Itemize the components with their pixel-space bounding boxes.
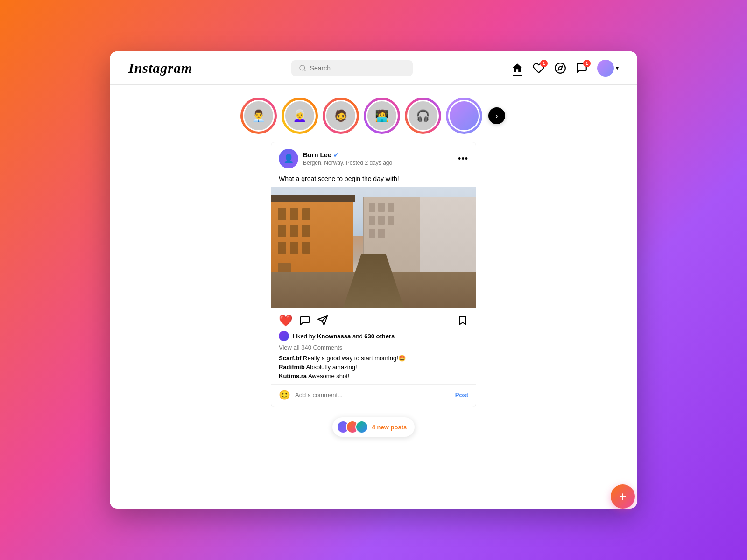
user-avatar[interactable]: [597, 60, 614, 77]
post-author-meta: Bergen, Norway. Posted 2 days ago: [303, 160, 392, 166]
new-posts-pill[interactable]: 4 new posts: [332, 417, 415, 437]
share-button[interactable]: [317, 315, 328, 326]
nav-icons: 1 1 ▾: [511, 60, 619, 77]
post-card: 👤 Burn Lee ✔ Bergen, Norway. Posted 2 da…: [271, 142, 476, 407]
heart-icon: ❤️: [279, 314, 293, 327]
story-item[interactable]: 🧔: [324, 99, 358, 133]
post-author: 👤 Burn Lee ✔ Bergen, Norway. Posted 2 da…: [279, 149, 392, 168]
story-avatar-inner: 🧑‍💻: [366, 100, 398, 132]
stories-next-button[interactable]: ›: [488, 107, 505, 124]
svg-line-1: [304, 70, 305, 71]
svg-marker-3: [558, 66, 562, 70]
create-post-fab[interactable]: +: [611, 484, 635, 509]
new-posts-avatars: [337, 420, 368, 434]
dropdown-chevron: ▾: [616, 65, 619, 71]
post-header: 👤 Burn Lee ✔ Bergen, Norway. Posted 2 da…: [271, 142, 476, 175]
story-item[interactable]: 🎧: [406, 99, 440, 133]
bookmark-icon: [457, 315, 468, 326]
bookmark-button[interactable]: [457, 315, 468, 326]
main-content: 👨‍💼 👩‍🦳 🧔 🧑‍💻 🎧 ›: [110, 85, 637, 509]
post-author-name: Burn Lee ✔: [303, 151, 392, 159]
comment-item: Kutims.ra Awesome shot!: [271, 371, 476, 380]
post-comment-button[interactable]: Post: [455, 392, 468, 399]
liker-avatar: [279, 331, 289, 341]
post-actions: ❤️: [271, 308, 476, 331]
post-action-left: ❤️: [279, 314, 328, 327]
story-item[interactable]: [447, 99, 481, 133]
emoji-button[interactable]: 🙂: [279, 389, 290, 400]
story-avatar-inner: 🧔: [325, 100, 357, 132]
comment-input[interactable]: [295, 392, 451, 399]
post-image: [271, 187, 476, 308]
likes-row: Liked by Knownassa and 630 others: [271, 331, 476, 344]
share-icon: [317, 315, 328, 326]
add-comment-row: 🙂 Post: [271, 384, 476, 407]
new-post-avatar: [355, 420, 368, 434]
story-avatar-inner: [448, 100, 480, 132]
new-posts-label: 4 new posts: [372, 424, 407, 431]
like-button[interactable]: ❤️: [279, 314, 293, 327]
likes-text: Liked by Knownassa and 630 others: [293, 333, 395, 340]
messages-icon[interactable]: 1: [576, 62, 588, 74]
verified-icon: ✔: [333, 152, 338, 159]
post-caption: What a great scene to begin the day with…: [271, 175, 476, 187]
post-author-info: Burn Lee ✔ Bergen, Norway. Posted 2 days…: [303, 151, 392, 166]
story-avatar-inner: 👨‍💼: [243, 100, 275, 132]
post-options-button[interactable]: •••: [458, 154, 468, 164]
story-item[interactable]: 🧑‍💻: [365, 99, 399, 133]
svg-point-2: [555, 63, 565, 73]
view-all-comments[interactable]: View all 340 Comments: [271, 344, 476, 354]
activity-badge: 1: [540, 60, 548, 67]
search-icon: [299, 64, 306, 72]
home-icon[interactable]: [511, 62, 523, 74]
comment-item: Radifmib Absolutly amazing!: [271, 363, 476, 371]
comment-icon: [299, 315, 310, 326]
logo: Instagram: [128, 60, 192, 76]
avatar-dropdown[interactable]: ▾: [597, 60, 619, 77]
activity-icon[interactable]: 1: [533, 62, 545, 74]
comment-button[interactable]: [299, 315, 310, 326]
story-item[interactable]: 👩‍🦳: [283, 99, 317, 133]
story-item[interactable]: 👨‍💼: [242, 99, 275, 133]
header: Instagram 1: [110, 51, 637, 85]
story-avatar-inner: 👩‍🦳: [284, 100, 316, 132]
story-avatar-inner: 🎧: [407, 100, 439, 132]
explore-icon[interactable]: [554, 62, 566, 74]
stories-row: 👨‍💼 👩‍🦳 🧔 🧑‍💻 🎧 ›: [242, 94, 505, 142]
messages-badge: 1: [583, 60, 591, 67]
comment-item: Scarf.bf Really a good way to start morn…: [271, 354, 476, 363]
post-author-avatar[interactable]: 👤: [279, 149, 298, 168]
search-input[interactable]: [310, 64, 405, 72]
search-bar[interactable]: [291, 60, 413, 76]
